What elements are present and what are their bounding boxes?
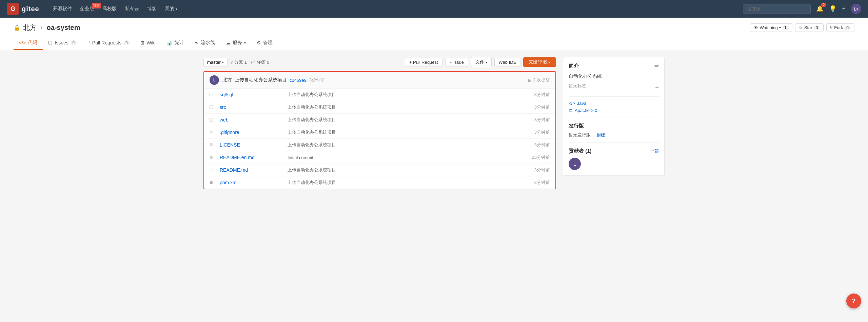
star-count: 0 xyxy=(814,25,820,30)
tab-pulls[interactable]: ⑂ Pull Requests 0 xyxy=(82,36,135,50)
tab-stats[interactable]: 📊 统计 xyxy=(161,36,189,50)
branch-name: master xyxy=(207,60,221,65)
tab-issues[interactable]: ☐ Issues 0 xyxy=(43,36,82,50)
star-button[interactable]: ☆ Star 0 xyxy=(795,23,824,32)
repo-slash: / xyxy=(41,24,43,32)
file-commit-msg: 上传自动化办公系统项目 xyxy=(288,167,534,173)
create-release-link[interactable]: 创建 xyxy=(596,132,605,137)
release-section: 发行版 暂无发行版， 创建 xyxy=(569,123,659,138)
nav-links: 开源软件 企业版 特惠 高校版 私有云 博客 我的 ▾ xyxy=(53,6,735,12)
license-link[interactable]: ⚖ Apache-2.0 xyxy=(569,108,659,113)
repo-description: 自动化办公系统 xyxy=(569,73,659,79)
file-time: 3分钟前 xyxy=(534,142,550,148)
file-button[interactable]: 文件 ▾ xyxy=(471,57,492,67)
repo-title: 🔒 北方 / oa-system xyxy=(14,23,80,32)
branch-selector[interactable]: master ▾ xyxy=(203,58,228,67)
no-tag-label: 暂无标签 xyxy=(569,83,586,89)
file-table: L 北方 上传自动化办公系统项目 c2469e9 3分钟前 ⊞ 3 次提交 □ … xyxy=(203,71,556,189)
user-avatar[interactable]: L ▾ xyxy=(851,4,861,14)
contributor-all-link[interactable]: 全部 xyxy=(650,148,659,154)
code-icon-sidebar: </> xyxy=(569,101,575,106)
file-row: ≡ .gitignore 上传自动化办公系统项目 3分钟前 xyxy=(204,126,555,139)
nav-enterprise[interactable]: 企业版 特惠 xyxy=(80,6,94,12)
tab-pipeline[interactable]: ∿ 流水线 xyxy=(189,36,220,50)
commit-count[interactable]: ⊞ 3 次提交 xyxy=(528,77,550,83)
issue-button[interactable]: + Issue xyxy=(445,58,468,67)
file-name-link[interactable]: .gitignore xyxy=(220,130,288,135)
nav-blog[interactable]: 博客 xyxy=(147,6,157,12)
file-name-link[interactable]: README.en.md xyxy=(220,155,288,160)
logo-text: gitee xyxy=(22,5,39,13)
fork-label: Fork xyxy=(834,25,843,30)
tab-code[interactable]: </> 代码 xyxy=(14,36,43,50)
divider xyxy=(569,142,659,143)
language-link[interactable]: </> Java xyxy=(569,101,659,106)
clone-button[interactable]: 克隆/下载 ▾ xyxy=(523,57,556,67)
nav-right: 🔔 2 💡 + L ▾ xyxy=(743,4,861,14)
file-time: 25分钟前 xyxy=(532,154,550,160)
tab-wiki[interactable]: ⊞ Wiki xyxy=(135,36,161,50)
commit-author-avatar[interactable]: L xyxy=(210,75,219,85)
add-icon[interactable]: + xyxy=(842,5,846,13)
file-row: ≡ README.en.md Initial commit 25分钟前 xyxy=(204,151,555,164)
lightning-icon[interactable]: 💡 xyxy=(829,5,836,13)
search-input[interactable] xyxy=(743,4,811,14)
tab-manage[interactable]: ⚙ 管理 xyxy=(251,36,278,50)
issues-badge: 0 xyxy=(71,40,77,45)
nav-opensource[interactable]: 开源软件 xyxy=(53,6,72,12)
pulls-icon: ⑂ xyxy=(87,40,90,45)
watch-count: 1 xyxy=(782,25,789,30)
intro-section: 简介 ✏ 自动化办公系统 暂无标签 + </> Java ⚖ Apache-2.… xyxy=(563,57,665,176)
nav-mine[interactable]: 我的 ▾ xyxy=(165,6,177,12)
file-doc-icon: ≡ xyxy=(210,167,216,173)
file-time: 3分钟前 xyxy=(534,104,550,110)
file-time: 3分钟前 xyxy=(534,179,550,186)
lock-icon: 🔒 xyxy=(14,24,20,31)
add-tag-button[interactable]: + xyxy=(655,84,659,91)
file-name-link[interactable]: web xyxy=(220,117,288,122)
star-label: Star xyxy=(804,25,812,30)
file-name-link[interactable]: sql/sql xyxy=(220,92,288,97)
repo-tabs: </> 代码 ☐ Issues 0 ⑂ Pull Requests 0 ⊞ Wi… xyxy=(14,36,854,50)
divider xyxy=(569,96,659,97)
pull-request-button[interactable]: + Pull Request xyxy=(405,58,442,67)
watch-label: Watching xyxy=(760,25,778,30)
watch-button[interactable]: 👁 Watching ▾ 1 xyxy=(750,23,792,32)
branch-count-item[interactable]: ⑂ 分支 1 xyxy=(230,59,247,65)
nav-private[interactable]: 私有云 xyxy=(125,6,139,12)
logo-area[interactable]: G gitee xyxy=(7,3,39,15)
contributor-title: 贡献者 (1) xyxy=(569,148,592,154)
folder-icon: □ xyxy=(210,92,216,98)
file-commit-msg: 上传自动化办公系统项目 xyxy=(288,142,534,148)
tab-services[interactable]: ☁ 服务 ▾ xyxy=(220,36,251,50)
issues-icon: ☐ xyxy=(48,40,53,45)
file-commit-msg: Initial commit xyxy=(288,155,532,160)
commit-time: 3分钟前 xyxy=(309,77,325,83)
webide-button[interactable]: Web IDE xyxy=(494,58,521,67)
file-row: ≡ pom.xml 上传自动化办公系统项目 3分钟前 xyxy=(204,176,555,189)
branch-info: ⑂ 分支 1 🏷 标签 0 xyxy=(230,59,269,65)
file-name-link[interactable]: README.md xyxy=(220,167,288,173)
repo-owner[interactable]: 北方 xyxy=(23,23,37,32)
contributor-avatar[interactable]: L xyxy=(569,158,581,170)
tag-count-item[interactable]: 🏷 标签 0 xyxy=(251,59,269,65)
file-name-link[interactable]: LICENSE xyxy=(220,142,288,148)
release-none: 暂无发行版， xyxy=(569,132,595,137)
file-row: □ web 上传自动化办公系统项目 3分钟前 xyxy=(204,114,555,126)
file-time: 3分钟前 xyxy=(534,117,550,123)
repo-name[interactable]: oa-system xyxy=(47,24,80,32)
fork-button[interactable]: ⑂ Fork 0 xyxy=(826,23,854,32)
edit-icon[interactable]: ✏ xyxy=(654,63,659,69)
commit-hash[interactable]: c2469e9 xyxy=(290,78,307,83)
tag-icon: 🏷 xyxy=(251,60,255,65)
file-name-link[interactable]: src xyxy=(220,105,288,110)
nav-university[interactable]: 高校版 xyxy=(102,6,117,12)
commit-author[interactable]: 北方 xyxy=(222,77,232,83)
manage-icon: ⚙ xyxy=(257,40,261,45)
file-name-link[interactable]: pom.xml xyxy=(220,180,288,185)
enterprise-badge: 特惠 xyxy=(92,3,101,8)
notification-bell-icon[interactable]: 🔔 2 xyxy=(816,5,824,13)
commit-row: L 北方 上传自动化办公系统项目 c2469e9 3分钟前 ⊞ 3 次提交 xyxy=(204,72,555,89)
gitee-logo-icon: G xyxy=(7,3,19,15)
contributor-section: 贡献者 (1) 全部 L xyxy=(569,148,659,170)
